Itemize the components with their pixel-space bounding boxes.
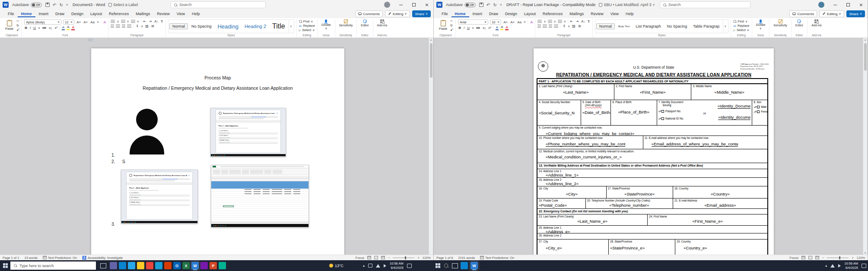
tray-expand-icon[interactable]: ▴ [363,264,365,268]
share-button[interactable]: Share∨ [412,10,431,17]
sensitivity-button[interactable]: Sensitivity [337,19,355,27]
cut-icon[interactable]: ✂ [450,19,453,23]
strikethrough-button[interactable]: ab [476,26,480,30]
tray-expand-icon[interactable]: ▴ [825,264,827,268]
zoom-level[interactable]: 120% [423,256,431,260]
clock-left[interactable]: 10:56 AM6/4/2025 [390,262,404,270]
save-icon[interactable] [479,3,483,7]
shrink-font-icon[interactable]: A˅ [83,20,88,24]
weather-widget[interactable]: 13°C [329,264,343,268]
ribbon-tab[interactable]: References [105,10,132,17]
ribbon-tab[interactable]: Review [153,10,173,17]
form-screenshot-image-2[interactable]: Repatriation / Emergency Medical and Die… [121,170,198,224]
replace-button[interactable]: abReplace [299,24,315,28]
zoom-slider[interactable] [393,258,414,258]
person-icon[interactable] [130,109,164,154]
web-layout-icon[interactable] [815,256,819,259]
select-button[interactable]: ▷Select∨ [299,28,315,32]
word-count[interactable]: 13 words [24,256,37,260]
ribbon-tab[interactable]: Draw [486,10,502,17]
bold-button[interactable]: B [458,26,461,30]
maximize-button[interactable] [407,0,420,9]
ribbon-tab[interactable]: Help [622,10,637,17]
justify-icon[interactable] [554,25,558,28]
male-checkbox[interactable] [757,106,760,108]
highlight-color-icon[interactable]: A [500,25,503,30]
editor-button[interactable]: Editor [359,19,370,27]
find-button[interactable]: Find∨ [733,19,749,23]
scroll-down-icon[interactable]: ▾ [865,251,866,254]
sensitivity-label-button[interactable]: Select a Label [108,3,138,7]
accessibility-status[interactable]: ♿Accessibility: Investigate [82,256,123,260]
style-item[interactable]: Normal [596,23,615,29]
clear-format-icon[interactable]: A̷ [103,20,106,24]
align-left-icon[interactable] [537,25,541,28]
ribbon-tab[interactable]: Design [502,10,521,17]
zoom-in-icon[interactable]: + [852,256,853,260]
dictate-button[interactable]: Dictate∨ [320,19,333,30]
taskbar-app-icon[interactable] [137,262,144,269]
italic-button[interactable]: I [463,26,465,30]
grow-font-icon[interactable]: A˄ [76,20,81,24]
ribbon-tab[interactable]: Mailings [132,10,153,17]
network-icon[interactable] [830,264,835,268]
editing-mode-button[interactable]: Editing∨ [819,10,844,17]
minimize-button[interactable] [829,0,842,9]
ribbon-tab[interactable]: Home [451,10,469,17]
style-item[interactable]: Title [270,22,288,31]
taskbar-app-icon[interactable]: O [173,262,181,269]
ribbon-tab[interactable]: View [607,10,622,17]
shrink-font-icon[interactable]: A˅ [510,20,515,24]
title-search-box[interactable]: Search [171,1,266,8]
increase-indent-icon[interactable]: ⇥ [575,19,579,23]
highlight-color-icon[interactable]: A [67,25,70,30]
ribbon-tab[interactable]: File [438,10,451,17]
taskbar-app-icon[interactable] [146,262,153,269]
font-color-icon[interactable]: A [71,26,74,30]
clock-right[interactable]: 10:56 AM6/4/2025 [844,262,858,270]
styles-more-icon[interactable]: ∨ [289,20,293,32]
autosave-toggle[interactable]: AutoSave Off [446,3,476,7]
taskbar-search[interactable]: Type here to search [10,262,96,270]
replace-button[interactable]: abReplace [733,24,749,28]
italic-button[interactable]: I [29,26,31,30]
zoom-level[interactable]: 120% [857,256,865,260]
justify-icon[interactable] [127,25,131,28]
ribbon-tab[interactable]: Help [188,10,203,17]
taskbar-app-icon[interactable] [119,262,126,269]
document-canvas-right[interactable]: U.S. Department of State OMB Approval Nu… [434,38,868,255]
bold-button[interactable]: B [24,26,28,30]
ribbon-tab[interactable]: Home [18,10,35,17]
network-icon[interactable] [376,264,380,268]
strikethrough-button[interactable]: ab [42,26,47,30]
underline-button[interactable]: U [33,26,36,30]
change-case-icon[interactable]: Aa [517,20,522,24]
style-item[interactable]: Table Paragrap [690,24,722,29]
start-button[interactable] [436,263,440,268]
zoom-in-icon[interactable]: + [417,256,419,260]
close-button[interactable]: ✕ [420,0,433,9]
taskbar-app-icon[interactable] [128,262,135,269]
line-spacing-icon[interactable]: ⇕ [562,24,566,28]
volume-icon[interactable] [384,264,386,268]
web-layout-icon[interactable] [381,256,385,259]
align-left-icon[interactable] [111,25,114,28]
scrollbar-thumb[interactable] [430,43,432,78]
comments-button[interactable]: Comments [355,10,383,17]
document-canvas-left[interactable]: Process Map Repatriation / Emergency Med… [0,38,433,255]
taskbar-app-icon[interactable]: W [471,262,478,269]
ribbon-tab[interactable]: References [539,10,566,17]
superscript-button[interactable]: x² [54,26,58,30]
scroll-up-icon[interactable]: ▴ [865,38,866,41]
clear-format-icon[interactable]: A̷ [530,20,533,24]
print-layout-icon[interactable] [374,256,378,259]
save-icon[interactable] [45,3,50,7]
ribbon-tab[interactable]: View [173,10,188,17]
style-item[interactable]: List Paragraph [633,24,664,29]
sort-icon[interactable]: A↓ [581,19,585,23]
taskbar-app-icon[interactable] [155,262,162,269]
zoom-out-icon[interactable]: − [388,256,390,260]
taskbar-app-icon[interactable] [164,262,172,269]
page-indicator[interactable]: Page 1 of 1 [3,256,19,260]
styles-more-icon[interactable]: ∨ [723,20,727,32]
